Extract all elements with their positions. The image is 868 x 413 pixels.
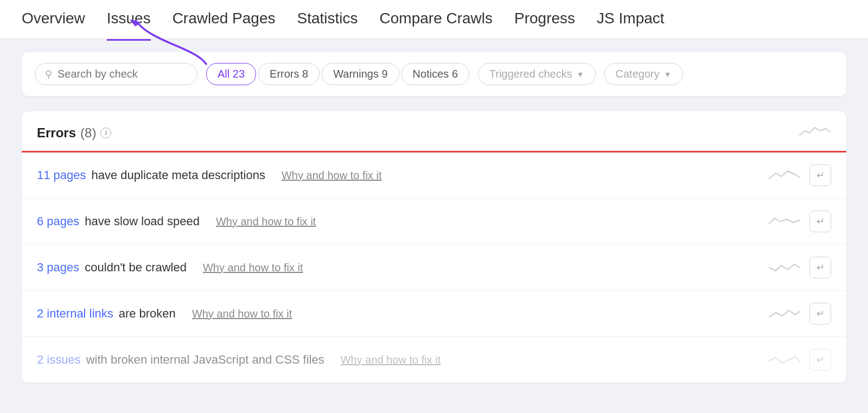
filter-tab-warnings[interactable]: Warnings 9 [322, 63, 399, 85]
issue-left: 6 pages have slow load speed Why and how… [37, 214, 768, 228]
filter-tab-all[interactable]: All 23 [206, 63, 256, 85]
nav-item-overview[interactable]: Overview [22, 0, 85, 41]
nav-item-compare-crawls[interactable]: Compare Crawls [380, 0, 493, 41]
issue-link[interactable]: 6 pages [37, 214, 79, 228]
filter-bar: ⚲ All 23 Errors 8 Warnings 9 Notices 6 T… [22, 52, 846, 96]
nav-item-progress[interactable]: Progress [514, 0, 575, 41]
filter-tabs: All 23 Errors 8 Warnings 9 Notices 6 [206, 63, 469, 85]
errors-section-header: Errors (8) i [22, 111, 846, 151]
issue-detail-button[interactable]: ↵ [809, 164, 831, 186]
issue-link[interactable]: 11 pages [37, 168, 86, 182]
issue-right: ↵ [768, 349, 831, 371]
issue-link[interactable]: 2 internal links [37, 307, 113, 321]
nav-item-issues[interactable]: Issues [107, 0, 151, 41]
errors-count: (8) [80, 125, 96, 141]
nav-item-crawled-pages[interactable]: Crawled Pages [173, 0, 276, 41]
issue-row: 11 pages have duplicate meta description… [22, 153, 846, 199]
issue-description: couldn't be crawled [85, 260, 187, 275]
fix-link[interactable]: Why and how to fix it [341, 354, 441, 366]
errors-label: Errors [37, 125, 76, 141]
issue-right: ↵ [768, 164, 831, 186]
issue-description: have slow load speed [85, 214, 200, 228]
issue-left: 2 internal links are broken Why and how … [37, 307, 768, 321]
nav-item-statistics[interactable]: Statistics [297, 0, 358, 41]
filter-tab-errors[interactable]: Errors 8 [258, 63, 320, 85]
main-content: ⚲ All 23 Errors 8 Warnings 9 Notices 6 T… [0, 39, 868, 413]
search-input[interactable] [58, 68, 177, 80]
issue-row: 6 pages have slow load speed Why and how… [22, 199, 846, 245]
chevron-down-icon: ▼ [577, 70, 584, 79]
triggered-checks-dropdown[interactable]: Triggered checks ▼ [478, 63, 596, 85]
issue-left: 2 issues with broken internal JavaScript… [37, 353, 768, 367]
issue-description: are broken [119, 307, 176, 321]
issue-detail-button[interactable]: ↵ [809, 257, 831, 278]
issue-link[interactable]: 3 pages [37, 260, 79, 275]
filter-tab-notices[interactable]: Notices 6 [401, 63, 469, 85]
issue-description: have duplicate meta descriptions [92, 168, 265, 182]
issue-detail-button[interactable]: ↵ [809, 211, 831, 232]
category-dropdown[interactable]: Category ▼ [604, 63, 683, 85]
fix-link[interactable]: Why and how to fix it [203, 262, 303, 274]
trend-sparkline [768, 168, 801, 183]
issue-left: 11 pages have duplicate meta description… [37, 168, 768, 182]
issue-left: 3 pages couldn't be crawled Why and how … [37, 260, 768, 275]
issue-row: 2 internal links are broken Why and how … [22, 291, 846, 337]
issue-row: 2 issues with broken internal JavaScript… [22, 337, 846, 383]
issue-right: ↵ [768, 257, 831, 278]
trend-sparkline-header [799, 123, 831, 142]
trend-sparkline [768, 352, 801, 367]
search-box[interactable]: ⚲ [35, 63, 197, 85]
issue-right: ↵ [768, 303, 831, 325]
trend-sparkline [768, 214, 801, 229]
search-icon: ⚲ [45, 68, 52, 80]
chevron-down-icon: ▼ [664, 70, 672, 79]
fix-link[interactable]: Why and how to fix it [282, 169, 382, 182]
nav-item-js-impact[interactable]: JS Impact [597, 0, 664, 41]
fix-link[interactable]: Why and how to fix it [192, 308, 292, 320]
info-icon[interactable]: i [100, 128, 111, 138]
issue-row: 3 pages couldn't be crawled Why and how … [22, 245, 846, 291]
issue-detail-button[interactable]: ↵ [809, 349, 831, 371]
issue-detail-button[interactable]: ↵ [809, 303, 831, 325]
issue-description: with broken internal JavaScript and CSS … [86, 353, 324, 367]
errors-section-title: Errors (8) i [37, 125, 111, 141]
top-navigation: Overview Issues Crawled Pages Statistics… [0, 0, 868, 39]
fix-link[interactable]: Why and how to fix it [216, 215, 316, 228]
issues-panel: Errors (8) i 11 pages have duplicate met… [22, 111, 846, 383]
trend-sparkline [768, 306, 801, 321]
issue-right: ↵ [768, 211, 831, 232]
issue-link[interactable]: 2 issues [37, 353, 81, 367]
trend-sparkline [768, 260, 801, 275]
